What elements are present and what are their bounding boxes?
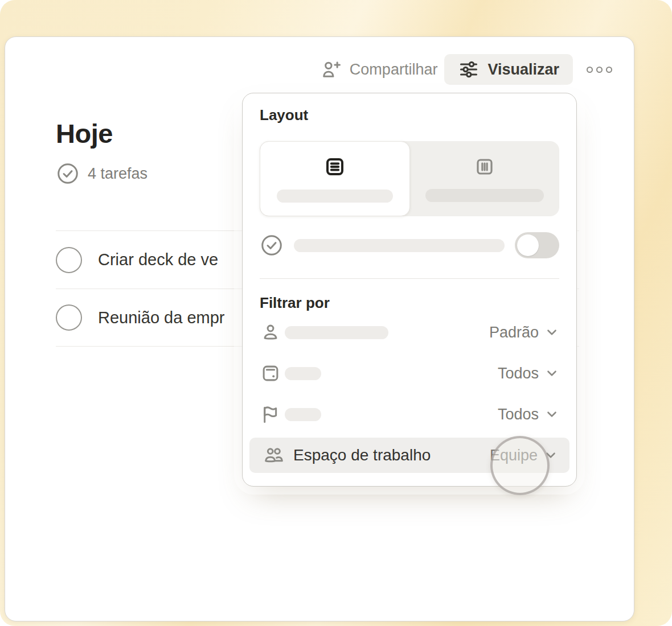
page-title: Hoje — [56, 118, 147, 149]
toggle-label-placeholder — [294, 239, 505, 252]
layout-heading: Layout — [260, 106, 559, 124]
task-count-row: 4 tarefas — [56, 162, 147, 186]
calendar-icon — [260, 363, 285, 384]
more-dots-icon — [596, 67, 603, 73]
filter-row-priority[interactable]: Todos — [260, 394, 559, 435]
filter-value-group[interactable]: Todos — [498, 406, 559, 423]
chevron-down-icon — [544, 325, 559, 340]
more-dots-icon — [587, 67, 593, 73]
share-label: Compartilhar — [350, 61, 438, 79]
click-indicator-ring — [490, 436, 550, 495]
screenshot-root: Compartilhar Visualizar — [0, 0, 672, 626]
filter-value: Padrão — [489, 324, 539, 341]
check-circle-icon — [260, 233, 284, 257]
people-icon — [263, 444, 285, 467]
title-block: Hoje 4 tarefas — [56, 118, 147, 186]
sliders-icon — [458, 59, 480, 80]
filter-label-placeholder — [285, 367, 321, 380]
popover-divider — [260, 278, 559, 279]
header-actions: Compartilhar Visualizar — [319, 54, 612, 85]
person-plus-icon — [319, 58, 342, 81]
layout-option-list[interactable] — [260, 141, 410, 216]
flag-icon — [260, 403, 285, 425]
person-icon — [260, 322, 285, 343]
layout-switcher — [260, 141, 559, 216]
view-button[interactable]: Visualizar — [444, 54, 573, 85]
layout-label-placeholder — [425, 189, 544, 202]
task-count-label: 4 tarefas — [88, 165, 147, 183]
workspace-label: Espaço de trabalho — [293, 446, 431, 464]
task-label: Reunião da empr — [98, 308, 224, 327]
filter-value: Todos — [498, 365, 539, 382]
toggle-switch[interactable] — [515, 232, 559, 258]
completed-toggle-row — [260, 232, 559, 258]
filter-heading: Filtrar por — [260, 294, 559, 312]
more-options-button[interactable] — [587, 67, 612, 73]
toggle-knob — [517, 234, 539, 256]
layout-option-board[interactable] — [410, 141, 559, 216]
board-layout-icon — [474, 156, 495, 178]
task-checkbox[interactable] — [56, 304, 82, 331]
chevron-down-icon — [544, 366, 559, 381]
check-circle-icon — [56, 162, 80, 186]
filter-row-assignee[interactable]: Padrão — [260, 312, 559, 353]
task-label: Criar deck de ve — [98, 250, 218, 269]
filter-value-group[interactable]: Todos — [498, 365, 559, 382]
list-layout-icon — [323, 155, 346, 178]
share-button[interactable]: Compartilhar — [319, 58, 438, 81]
layout-label-placeholder — [277, 190, 393, 203]
task-checkbox[interactable] — [56, 247, 82, 273]
filter-row-date[interactable]: Todos — [260, 353, 559, 394]
filter-label-placeholder — [285, 408, 321, 421]
chevron-down-icon — [544, 407, 559, 422]
filter-label-placeholder — [285, 326, 388, 339]
more-dots-icon — [606, 67, 612, 73]
view-options-popover: Layout — [242, 93, 577, 487]
filter-value-group[interactable]: Padrão — [489, 324, 559, 341]
view-label: Visualizar — [487, 61, 559, 79]
filter-value: Todos — [498, 406, 539, 423]
